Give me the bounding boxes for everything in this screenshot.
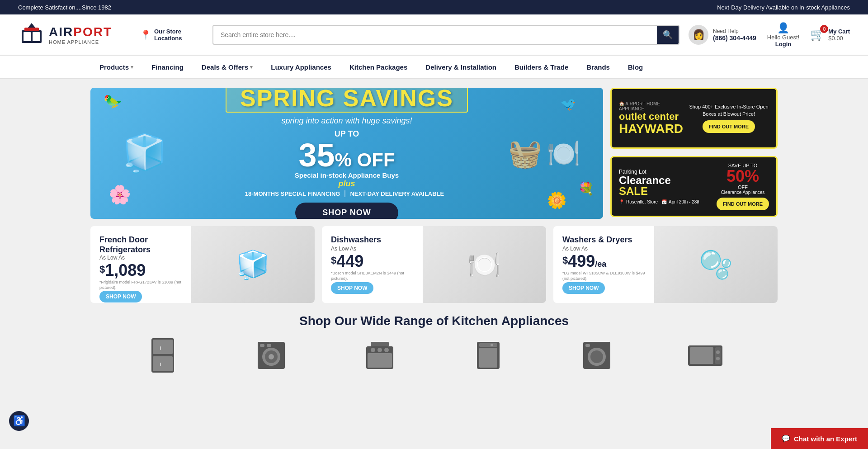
fridge-shop-button[interactable]: SHOP NOW bbox=[99, 291, 142, 302]
cart-area[interactable]: 🛒 0 My Cart $0.00 bbox=[810, 28, 850, 42]
fridge-as-low-as: As Low As bbox=[99, 255, 182, 261]
svg-rect-18 bbox=[368, 353, 392, 368]
kitchen-icon-washer[interactable] bbox=[253, 337, 289, 373]
outlet-center-text: outlet center bbox=[619, 111, 683, 122]
special-text: Special in-stock Appliance Buys bbox=[295, 171, 399, 179]
search-button[interactable]: 🔍 bbox=[657, 25, 679, 45]
dishwasher-shop-button[interactable]: SHOP NOW bbox=[331, 282, 373, 294]
svg-point-34 bbox=[716, 350, 720, 354]
fifty-off: 50% bbox=[717, 168, 769, 184]
fridge-price: $1,089 bbox=[99, 261, 182, 280]
greeting-text: Hello Guest! bbox=[767, 34, 800, 41]
store-line2: Locations bbox=[154, 35, 182, 42]
financing-row: 18-MONTHS SPECIAL FINANCING NEXT-DAY DEL… bbox=[245, 190, 448, 197]
nav-financing[interactable]: Financing bbox=[142, 55, 193, 79]
nav-deals-arrow: ▾ bbox=[250, 64, 253, 70]
nav-deals[interactable]: Deals & Offers ▾ bbox=[193, 55, 262, 79]
hero-section: 🦜 🐦 🌸 🌼 💐 🧊 🧺🍽️ SPRING SAVINGS spring in… bbox=[90, 88, 778, 219]
nav-products[interactable]: Products ▾ bbox=[90, 55, 142, 79]
nav-kitchen[interactable]: Kitchen Packages bbox=[340, 55, 416, 79]
washer-name: Washers & Dryers bbox=[562, 235, 645, 245]
dishwasher-name: Dishwashers bbox=[331, 235, 414, 245]
clearance-details: 📍 Roseville, Store 📅 April 20th - 28th bbox=[619, 199, 711, 204]
top-bar-left: Complete Satisfaction....Since 1982 bbox=[18, 4, 111, 11]
svg-rect-25 bbox=[479, 343, 497, 347]
svg-rect-22 bbox=[371, 342, 389, 346]
clearance-location: 📍 Roseville, Store bbox=[619, 199, 658, 204]
logo-subtitle: HOME APPLIANCE bbox=[49, 39, 112, 45]
dishwasher-icon-sm bbox=[470, 337, 506, 373]
svg-point-20 bbox=[377, 348, 382, 352]
product-cards: French Door Refrigerators As Low As $1,0… bbox=[90, 226, 778, 303]
logo-text-airport: AIRPORT bbox=[49, 25, 112, 39]
search-input[interactable] bbox=[213, 31, 657, 38]
svg-rect-3 bbox=[33, 32, 40, 41]
svg-rect-24 bbox=[479, 348, 497, 368]
nav-builders[interactable]: Builders & Trade bbox=[505, 55, 577, 79]
kitchen-icons-row bbox=[90, 337, 778, 373]
washer-shop-button[interactable]: SHOP NOW bbox=[562, 282, 605, 294]
shop-now-button[interactable]: SHOP NOW bbox=[295, 203, 398, 219]
main-content: 🦜 🐦 🌸 🌼 💐 🧊 🧺🍽️ SPRING SAVINGS spring in… bbox=[0, 79, 868, 387]
outlet-banner: 🏠 AIRPORT HOME APPLIANCE outlet center H… bbox=[610, 88, 778, 149]
fridge-name: French Door Refrigerators bbox=[99, 235, 182, 255]
fridge-image: 🧊 bbox=[191, 226, 315, 303]
pin-icon: 📍 bbox=[140, 29, 151, 40]
svg-rect-32 bbox=[690, 347, 713, 364]
fridge-icon bbox=[145, 337, 181, 373]
nav-delivery[interactable]: Delivery & Installation bbox=[416, 55, 505, 79]
kitchen-icon-microwave[interactable] bbox=[687, 337, 723, 373]
clearance-date: 📅 April 20th - 28th bbox=[661, 199, 701, 204]
hero-banner: 🦜 🐦 🌸 🌼 💐 🧊 🧺🍽️ SPRING SAVINGS spring in… bbox=[90, 88, 603, 219]
kitchen-icon-range[interactable] bbox=[362, 337, 398, 373]
top-bar-right: Next-Day Delivery Available on In-stock … bbox=[717, 4, 850, 11]
svg-point-14 bbox=[269, 354, 274, 359]
cart-amount: $0.00 bbox=[828, 35, 850, 42]
outlet-find-out-button[interactable]: FIND OUT MORE bbox=[703, 120, 755, 133]
washer-icon bbox=[253, 337, 289, 373]
washer-price: $499/ea bbox=[562, 252, 645, 271]
off-amount: 35% OFF bbox=[298, 139, 395, 171]
date-icon: 📅 bbox=[661, 199, 667, 204]
clearance-appliances-label: Clearance Appliances bbox=[717, 190, 769, 195]
clearance-banner: Parking Lot Clearance SALE 📍 Roseville, … bbox=[610, 156, 778, 217]
need-help: 👩 Need Help (866) 304-4449 bbox=[689, 25, 756, 45]
cart-label: My Cart bbox=[828, 28, 850, 35]
store-line1: Our Store bbox=[154, 28, 182, 35]
svg-rect-8 bbox=[153, 356, 173, 371]
login-area[interactable]: 👤 Hello Guest! Login bbox=[767, 22, 800, 47]
clearance-find-out-button[interactable]: FIND OUT MORE bbox=[717, 198, 769, 210]
financing-text: 18-MONTHS SPECIAL FINANCING bbox=[245, 190, 346, 197]
store-location[interactable]: 📍 Our Store Locations bbox=[140, 28, 203, 42]
nav-blog[interactable]: Blog bbox=[619, 55, 652, 79]
svg-rect-10 bbox=[160, 363, 161, 366]
header: AIRPORT HOME APPLIANCE 📍 Our Store Locat… bbox=[0, 14, 868, 55]
svg-point-21 bbox=[384, 348, 389, 352]
svg-point-26 bbox=[491, 344, 493, 346]
dryer-icon bbox=[579, 337, 615, 373]
spring-savings-title: SPRING SAVINGS bbox=[240, 88, 453, 110]
dishwasher-image: 🍽️ bbox=[423, 226, 546, 303]
off-label: OFF bbox=[717, 184, 769, 190]
svg-rect-16 bbox=[267, 344, 271, 347]
dishwasher-note: *Bosch model SHE3AEM2N is $449 (not pict… bbox=[331, 271, 414, 281]
cart-icon: 🛒 0 bbox=[810, 28, 825, 42]
outlet-hayward: HAYWARD bbox=[619, 123, 683, 135]
kitchen-heading: Shop Our Wide Range of Kitchen Appliance… bbox=[90, 314, 778, 328]
main-nav: Products ▾ Financing Deals & Offers ▾ Lu… bbox=[0, 55, 868, 79]
help-phone[interactable]: (866) 304-4449 bbox=[713, 34, 756, 42]
fridge-note: *Frigidaire model FRFG1723AV is $1089 (n… bbox=[99, 280, 182, 290]
dishwasher-price: $449 bbox=[331, 252, 414, 271]
range-icon bbox=[362, 337, 398, 373]
nav-brands[interactable]: Brands bbox=[577, 55, 619, 79]
nav-luxury[interactable]: Luxury Appliances bbox=[262, 55, 340, 79]
kitchen-icon-fridge[interactable] bbox=[145, 337, 181, 373]
kitchen-icon-dishwasher[interactable] bbox=[470, 337, 506, 373]
microwave-icon bbox=[687, 337, 723, 373]
clearance-sale-text: Clearance SALE bbox=[619, 175, 711, 197]
product-card-dishwasher: Dishwashers As Low As $449 *Bosch model … bbox=[322, 226, 546, 303]
kitchen-icon-dryer[interactable] bbox=[579, 337, 615, 373]
logo[interactable]: AIRPORT HOME APPLIANCE bbox=[18, 21, 131, 48]
outlet-logo-small: 🏠 AIRPORT HOME APPLIANCE bbox=[619, 101, 683, 111]
login-link[interactable]: Login bbox=[775, 41, 791, 47]
